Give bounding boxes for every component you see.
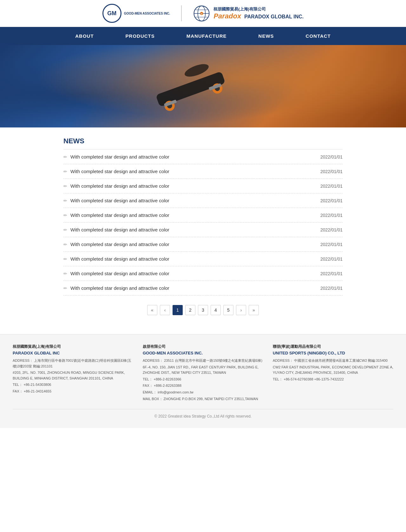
footer-goodmen-fax: FAX： +886-2-82263388 bbox=[143, 383, 263, 389]
pagination: « ‹ 1 2 3 4 5 › » bbox=[63, 295, 343, 325]
news-item-icon: ✏ bbox=[63, 213, 67, 218]
news-item-date: 2022/01/01 bbox=[320, 184, 343, 189]
news-item-link[interactable]: With completed star design and attractiv… bbox=[70, 183, 169, 189]
news-item-icon: ✏ bbox=[63, 227, 67, 232]
news-item-date: 2022/01/01 bbox=[320, 198, 343, 203]
paradox-text-block: 桓朋國際貿易(上海)有限公司 Paradox PARADOX GLOBAL IN… bbox=[213, 6, 304, 20]
news-item-left: ✏ With completed star design and attract… bbox=[63, 169, 169, 174]
page-next-btn[interactable]: › bbox=[236, 305, 246, 315]
news-item[interactable]: ✏ With completed star design and attract… bbox=[63, 150, 343, 164]
hero-svg bbox=[76, 48, 330, 124]
paradox-cn-name: 桓朋國際貿易(上海)有限公司 bbox=[213, 6, 304, 12]
news-item-left: ✏ With completed star design and attract… bbox=[63, 183, 169, 189]
footer-paradox-tel: TEL： +86-21-54303806 bbox=[13, 382, 133, 388]
nav-manufacture[interactable]: MANUFACTURE bbox=[183, 27, 230, 45]
hero-skateboard-visual bbox=[0, 45, 406, 127]
hero-banner bbox=[0, 45, 406, 127]
site-footer: 桓朋國際貿易(上海)有限公司 PARADOX GLOBAL INC ADDRES… bbox=[0, 334, 406, 428]
page-3-btn[interactable]: 3 bbox=[198, 305, 208, 315]
news-item-icon: ✏ bbox=[63, 256, 67, 262]
news-item-date: 2022/01/01 bbox=[320, 256, 343, 262]
site-header: GM GOOD-MEN ASSOCIATES INC. P 桓朋國際貿易(上海)… bbox=[0, 0, 406, 27]
news-item[interactable]: ✏ With completed star design and attract… bbox=[63, 281, 343, 295]
news-item[interactable]: ✏ With completed star design and attract… bbox=[63, 164, 343, 179]
news-item-icon: ✏ bbox=[63, 198, 67, 203]
nav-contact[interactable]: CONTACT bbox=[303, 27, 334, 45]
svg-text:P: P bbox=[201, 13, 202, 15]
news-item-left: ✏ With completed star design and attract… bbox=[63, 227, 169, 232]
footer-goodmen-email: EMAIL： info@goodmen.com.tw bbox=[143, 390, 263, 395]
news-section-title: NEWS bbox=[63, 137, 343, 150]
news-item-icon: ✏ bbox=[63, 154, 67, 159]
news-section: NEWS ✏ With completed star design and at… bbox=[51, 127, 355, 334]
news-item-link[interactable]: With completed star design and attractiv… bbox=[70, 154, 169, 159]
news-item-left: ✏ With completed star design and attract… bbox=[63, 198, 169, 203]
footer-paradox-addr-cn: ADDRESS： 上海市閔行區中春路7001號(近中庭路路口)明谷科技園區E棟(… bbox=[13, 358, 133, 369]
news-item-date: 2022/01/01 bbox=[320, 242, 343, 247]
nav-news[interactable]: NEWS bbox=[255, 27, 277, 45]
news-item-date: 2022/01/01 bbox=[320, 169, 343, 174]
news-item-link[interactable]: With completed star design and attractiv… bbox=[70, 198, 169, 203]
footer-col-paradox: 桓朋國際貿易(上海)有限公司 PARADOX GLOBAL INC ADDRES… bbox=[13, 344, 133, 403]
footer-copyright: © 2022 Greatest idea Strategy Co.,Ltd Al… bbox=[13, 409, 393, 418]
header-logos: GM GOOD-MEN ASSOCIATES INC. P 桓朋國際貿易(上海)… bbox=[102, 4, 304, 23]
news-item-icon: ✏ bbox=[63, 169, 67, 174]
page-1-btn[interactable]: 1 bbox=[173, 305, 183, 315]
news-item-link[interactable]: With completed star design and attractiv… bbox=[70, 256, 169, 262]
news-item-left: ✏ With completed star design and attract… bbox=[63, 285, 169, 291]
news-item-link[interactable]: With completed star design and attractiv… bbox=[70, 285, 169, 291]
news-item-link[interactable]: With completed star design and attractiv… bbox=[70, 227, 169, 232]
news-item-link[interactable]: With completed star design and attractiv… bbox=[70, 271, 169, 276]
footer-united-addr-en: CW2 FAR EAST INDUSTRIAL PARK, ECONOMIC D… bbox=[273, 365, 393, 376]
footer-paradox-addr-en: #203, 2FL. NO. 7001, ZHONGCHUN ROAD, MIN… bbox=[13, 370, 133, 381]
footer-goodmen-addr-cn: ADDRESS： 23511 台灣新北市中和區建一路150號6樓之4(遠東世紀廣… bbox=[143, 358, 263, 364]
footer-paradox-fax: FAX： +86-21-34314655 bbox=[13, 389, 133, 394]
footer-paradox-en: PARADOX GLOBAL INC bbox=[13, 351, 133, 355]
footer-united-tel: TEL： +86-574-62760388 +86-1375-7432222 bbox=[273, 377, 393, 382]
news-item-icon: ✏ bbox=[63, 271, 67, 276]
svg-point-14 bbox=[183, 62, 210, 79]
news-item-left: ✏ With completed star design and attract… bbox=[63, 256, 169, 262]
page-2-btn[interactable]: 2 bbox=[185, 305, 195, 315]
news-item-icon: ✏ bbox=[63, 286, 67, 291]
news-item[interactable]: ✏ With completed star design and attract… bbox=[63, 252, 343, 266]
news-item-icon: ✏ bbox=[63, 184, 67, 189]
news-item[interactable]: ✏ With completed star design and attract… bbox=[63, 179, 343, 193]
news-item-date: 2022/01/01 bbox=[320, 286, 343, 291]
main-nav: ABOUT PRODUCTS MANUFACTURE NEWS CONTACT bbox=[0, 27, 406, 45]
news-item[interactable]: ✏ With completed star design and attract… bbox=[63, 223, 343, 237]
page-prev-btn[interactable]: ‹ bbox=[160, 305, 170, 315]
footer-paradox-cn: 桓朋國際貿易(上海)有限公司 bbox=[13, 344, 133, 349]
news-item-link[interactable]: With completed star design and attractiv… bbox=[70, 212, 169, 218]
news-item-date: 2022/01/01 bbox=[320, 227, 343, 232]
news-item-date: 2022/01/01 bbox=[320, 213, 343, 218]
page-5-btn[interactable]: 5 bbox=[223, 305, 233, 315]
gm-text: GOOD-MEN ASSOCIATES INC. bbox=[124, 11, 170, 16]
news-item-date: 2022/01/01 bbox=[320, 271, 343, 276]
page-first-btn[interactable]: « bbox=[147, 305, 157, 315]
news-item-link[interactable]: With completed star design and attractiv… bbox=[70, 242, 169, 247]
page-4-btn[interactable]: 4 bbox=[211, 305, 221, 315]
news-item[interactable]: ✏ With completed star design and attract… bbox=[63, 266, 343, 281]
page-last-btn[interactable]: » bbox=[249, 305, 259, 315]
news-item-left: ✏ With completed star design and attract… bbox=[63, 271, 169, 276]
nav-about[interactable]: ABOUT bbox=[72, 27, 97, 45]
footer-united-addr-cn: ADDRESS： 中國浙江省余姚市經濟開發A區遠車工業城CW2 郵編:31540… bbox=[273, 358, 393, 364]
footer-goodmen-mailbox: MAIL BOX： ZHONGHE P.O.BOX 299, NEW TAIPE… bbox=[143, 396, 263, 402]
news-item[interactable]: ✏ With completed star design and attract… bbox=[63, 193, 343, 208]
footer-united-en: UNITED SPORTS (NINGBO) CO., LTD bbox=[273, 351, 393, 355]
paradox-globe-icon: P bbox=[193, 5, 210, 22]
footer-goodmen-en: GOOD-MEN ASSOCIATES INC. bbox=[143, 351, 263, 355]
news-item[interactable]: ✏ With completed star design and attract… bbox=[63, 237, 343, 252]
nav-products[interactable]: PRODUCTS bbox=[122, 27, 158, 45]
news-item-left: ✏ With completed star design and attract… bbox=[63, 154, 169, 159]
footer-united-cn: 聯朋(寧波)運動用品有限公司 bbox=[273, 344, 393, 349]
footer-goodmen-tel: TEL： +886-2-82263366 bbox=[143, 377, 263, 382]
news-item-icon: ✏ bbox=[63, 242, 67, 247]
news-item-left: ✏ With completed star design and attract… bbox=[63, 212, 169, 218]
footer-goodmen-addr-en: 6F.-4, NO. 150, JIAN 1ST RD., FAR EAST C… bbox=[143, 365, 263, 376]
footer-goodmen-cn: 啟朋有限公司 bbox=[143, 344, 263, 349]
news-item[interactable]: ✏ With completed star design and attract… bbox=[63, 208, 343, 223]
paradox-en-name: Paradox PARADOX GLOBAL INC. bbox=[213, 12, 304, 20]
news-item-link[interactable]: With completed star design and attractiv… bbox=[70, 169, 169, 174]
